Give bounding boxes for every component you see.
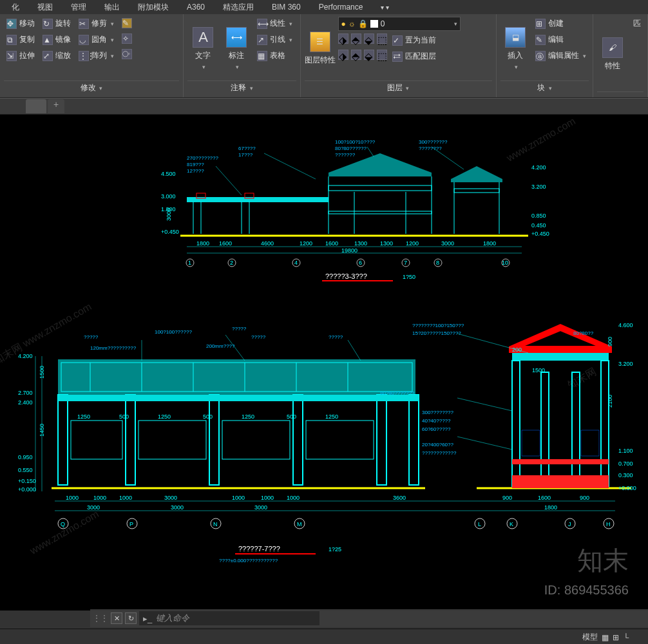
rotate-button[interactable]: ↻旋转 xyxy=(40,17,73,30)
layer-tool-icon[interactable]: ⬗ xyxy=(338,50,348,60)
layer-tool-icon[interactable]: ⬚ xyxy=(377,33,387,44)
move-icon: ✥ xyxy=(6,19,17,29)
menu-item[interactable]: 输出 xyxy=(95,2,129,13)
layer-dropdown[interactable]: ● ☼ 🔒 0 ▾ xyxy=(338,17,461,31)
svg-text:K: K xyxy=(510,521,513,527)
create-icon: ⊞ xyxy=(535,19,546,29)
svg-text:P: P xyxy=(129,521,133,527)
menu-item[interactable]: 管理 xyxy=(62,2,95,13)
leader-button[interactable]: ↗引线▾ xyxy=(254,33,295,46)
svg-text:?????: ????? xyxy=(84,334,99,340)
match-props-button[interactable]: 匹 xyxy=(631,17,643,30)
close-icon[interactable]: ✕ xyxy=(111,612,122,624)
layer-tool-icon[interactable]: ⬙ xyxy=(364,33,374,44)
panel-title: 修改 ▾ xyxy=(4,80,179,95)
rotate-icon: ↻ xyxy=(43,19,53,29)
svg-text:40?40?????: 40?40????? xyxy=(422,418,451,424)
copy-button[interactable]: ⧉复制 xyxy=(4,33,37,46)
grid-icon[interactable]: ▦ xyxy=(602,633,609,642)
edit-attr-button[interactable]: ⓐ编辑属性▾ xyxy=(533,49,589,62)
check-icon: ✓ xyxy=(392,35,403,46)
svg-text:80?80??: 80?80?? xyxy=(573,330,594,336)
fillet-button[interactable]: ◡圆角▾ xyxy=(76,33,117,46)
layer-tool-icon[interactable]: ⬗ xyxy=(338,33,348,44)
svg-line-46 xyxy=(216,166,242,195)
icon-button[interactable]: ✧ xyxy=(119,32,135,45)
svg-text:1800: 1800 xyxy=(483,240,496,247)
file-tab[interactable] xyxy=(26,99,46,113)
icon-button[interactable]: ⧂ xyxy=(119,48,135,61)
drawing-canvas[interactable]: 知末网 www.znzmo.com www.znzmo.com www.znzm… xyxy=(0,115,648,611)
layer-tool-icon[interactable]: ⬙ xyxy=(364,50,374,60)
svg-text:+0.150: +0.150 xyxy=(18,478,36,484)
svg-text:+0.450: +0.450 xyxy=(531,231,549,237)
array-button[interactable]: ⋮⋮阵列▾ xyxy=(76,49,117,62)
prompt-icon: ▸_ xyxy=(143,614,152,623)
menu-item[interactable]: BIM 360 xyxy=(263,3,310,12)
svg-text:3000: 3000 xyxy=(166,208,172,221)
color-swatch xyxy=(370,20,378,28)
edit-button[interactable]: ✎编辑 xyxy=(533,33,589,46)
menu-item[interactable]: 化 xyxy=(3,2,28,13)
command-input[interactable]: ▸_ 键入命令 xyxy=(139,611,319,625)
svg-line-47 xyxy=(264,153,316,179)
layer-properties-button[interactable]: ☰图层特性 xyxy=(305,17,336,80)
svg-text:4.500: 4.500 xyxy=(161,171,176,177)
svg-rect-88 xyxy=(71,421,122,459)
svg-text:8: 8 xyxy=(436,260,439,266)
stretch-button[interactable]: ⇲拉伸 xyxy=(4,49,37,62)
properties-button[interactable]: 🖌特性 xyxy=(597,17,628,91)
svg-text:60?60?????: 60?60????? xyxy=(422,426,451,432)
svg-text:3000: 3000 xyxy=(164,495,177,501)
menu-item[interactable]: A360 xyxy=(178,3,214,12)
model-tab[interactable]: 模型 xyxy=(582,632,598,643)
move-button[interactable]: ✥移动 xyxy=(4,17,37,30)
recent-icon[interactable]: ↻ xyxy=(125,612,137,624)
lock-icon: 🔒 xyxy=(358,19,368,28)
icon-button[interactable]: ✎ xyxy=(119,17,135,30)
panel-layers: ☰图层特性 ● ☼ 🔒 0 ▾ ⬗ ⬘ ⬙ ⬚ ✓置为当前 xyxy=(301,14,497,97)
insert-button[interactable]: ⬓插入▾ xyxy=(500,17,530,80)
match-layer-button[interactable]: ⮂匹配图层 xyxy=(390,50,439,63)
panel-properties: 🖌特性 匹 xyxy=(593,14,648,97)
svg-text:1500: 1500 xyxy=(39,366,45,379)
table-button[interactable]: ▦表格 xyxy=(254,49,295,62)
linear-icon: ⟷ xyxy=(257,19,267,29)
svg-text:80?80??????: 80?80?????? xyxy=(335,146,367,151)
mirror-button[interactable]: ▲镜像 xyxy=(40,33,73,46)
svg-rect-91 xyxy=(306,421,374,459)
panel-modify: ✥移动 ⧉复制 ⇲拉伸 ↻旋转 ▲镜像 ⤢缩放 ✂修剪▾ ◡圆角▾ ⋮⋮阵列▾ … xyxy=(0,14,184,97)
dimension-button[interactable]: ⟷标注▾ xyxy=(221,17,252,80)
svg-text:2.700: 2.700 xyxy=(18,390,33,396)
scale-icon: ⤢ xyxy=(43,51,53,61)
menu-dropdown-icon[interactable]: ▾ ▾ xyxy=(372,4,398,11)
svg-rect-73 xyxy=(58,359,415,395)
scale-button[interactable]: ⤢缩放 xyxy=(40,49,73,62)
svg-text:3000: 3000 xyxy=(254,504,267,511)
layer-tool-icon[interactable]: ⬘ xyxy=(351,50,361,60)
add-tab-button[interactable]: + xyxy=(48,99,64,113)
menu-item[interactable]: 精选应用 xyxy=(214,2,263,13)
status-icon[interactable]: └ xyxy=(623,633,629,642)
trim-button[interactable]: ✂修剪▾ xyxy=(76,17,117,30)
linear-button[interactable]: ⟷线性▾ xyxy=(254,17,295,30)
svg-text:1000: 1000 xyxy=(287,495,300,501)
layer-tool-icon[interactable]: ⬚ xyxy=(377,50,387,60)
menu-item[interactable]: 视图 xyxy=(28,2,62,13)
set-current-button[interactable]: ✓置为当前 xyxy=(390,33,439,47)
layer-tool-icon[interactable]: ⬘ xyxy=(351,33,361,44)
watermark-brand: 知末 xyxy=(577,543,629,578)
dimension-icon: ⟷ xyxy=(226,27,247,48)
svg-text:L: L xyxy=(478,521,481,527)
layers-icon: ☰ xyxy=(310,32,330,52)
svg-text:200mm????: 200mm???? xyxy=(206,343,235,349)
menu-item[interactable]: Performance xyxy=(310,3,372,12)
svg-rect-85 xyxy=(377,395,386,485)
svg-rect-111 xyxy=(581,430,599,456)
svg-text:1200: 1200 xyxy=(300,240,312,247)
create-button[interactable]: ⊞创建 xyxy=(533,17,589,30)
text-button[interactable]: A文字▾ xyxy=(187,17,218,80)
status-icon[interactable]: ⊞ xyxy=(613,633,619,642)
menu-item[interactable]: 附加模块 xyxy=(129,2,178,13)
svg-text:7: 7 xyxy=(404,260,407,266)
